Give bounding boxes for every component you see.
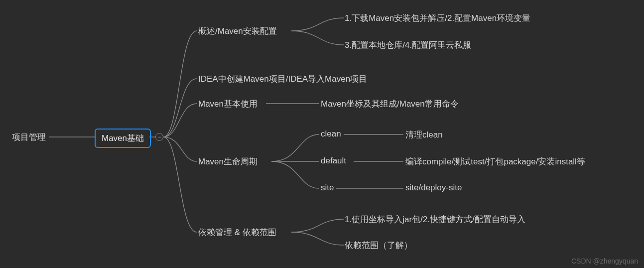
node-default-desc[interactable]: 编译compile/测试test/打包package/安装install等: [405, 156, 585, 167]
node-overview-install[interactable]: 概述/Maven安装配置: [198, 25, 277, 37]
node-default[interactable]: default: [321, 156, 346, 166]
node-label: 概述/Maven安装配置: [198, 26, 277, 36]
node-repo-aliyun[interactable]: 3.配置本地仓库/4.配置阿里云私服: [345, 39, 471, 51]
node-label: IDEA中创建Maven项目/IDEA导入Maven项目: [198, 74, 367, 84]
node-clean[interactable]: clean: [321, 129, 341, 139]
node-label: 1.使用坐标导入jar包/2.快捷键方式/配置自动导入: [345, 215, 525, 224]
node-label: Maven坐标及其组成/Maven常用命令: [321, 99, 459, 109]
node-basic-usage[interactable]: Maven基本使用: [198, 98, 258, 110]
node-label: 项目管理: [12, 133, 46, 142]
node-project-management[interactable]: 项目管理: [12, 132, 46, 143]
node-label: 清理clean: [405, 130, 443, 139]
node-label: Maven基础: [102, 134, 144, 143]
node-label: 依赖范围（了解）: [345, 241, 412, 250]
node-dependency-mgmt[interactable]: 依赖管理 & 依赖范围: [198, 227, 276, 238]
node-label: Maven基本使用: [198, 99, 258, 109]
node-label: site/deploy-site: [405, 183, 462, 192]
node-idea-create-import[interactable]: IDEA中创建Maven项目/IDEA导入Maven项目: [198, 73, 367, 85]
node-label: site: [321, 183, 334, 192]
node-label: 3.配置本地仓库/4.配置阿里云私服: [345, 40, 471, 50]
node-dependency-scope[interactable]: 依赖范围（了解）: [345, 240, 412, 251]
node-site[interactable]: site: [321, 183, 334, 193]
node-label: 1.下载Maven安装包并解压/2.配置Maven环境变量: [345, 13, 530, 23]
node-label: 编译compile/测试test/打包package/安装install等: [405, 157, 585, 166]
node-site-desc[interactable]: site/deploy-site: [405, 183, 462, 193]
node-label: 依赖管理 & 依赖范围: [198, 228, 276, 237]
watermark-label: CSDN @zhengyquan: [571, 257, 638, 265]
node-maven-basics[interactable]: Maven基础: [95, 129, 151, 148]
node-import-jar[interactable]: 1.使用坐标导入jar包/2.快捷键方式/配置自动导入: [345, 214, 525, 225]
node-clean-desc[interactable]: 清理clean: [405, 129, 443, 140]
node-label: clean: [321, 129, 341, 138]
node-label: Maven生命周期: [198, 157, 258, 166]
collapse-toggle[interactable]: −: [155, 133, 163, 141]
collapse-icon: −: [157, 134, 161, 140]
node-download-env[interactable]: 1.下载Maven安装包并解压/2.配置Maven环境变量: [345, 12, 530, 24]
node-coordinates-commands[interactable]: Maven坐标及其组成/Maven常用命令: [321, 98, 459, 110]
node-lifecycle[interactable]: Maven生命周期: [198, 156, 258, 167]
node-label: default: [321, 156, 346, 165]
watermark-text: CSDN @zhengyquan: [571, 257, 638, 265]
